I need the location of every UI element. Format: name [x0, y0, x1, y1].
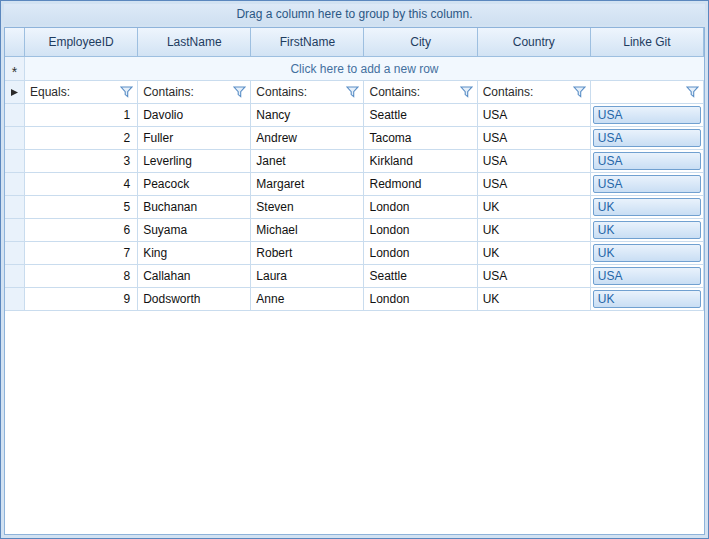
cell-employeeid[interactable]: 8	[25, 265, 138, 288]
cell-city[interactable]: London	[364, 219, 477, 242]
link-button[interactable]: USA	[593, 175, 701, 193]
cell-city[interactable]: Redmond	[364, 173, 477, 196]
cell-firstname[interactable]: Steven	[251, 196, 364, 219]
row-indicator	[5, 104, 25, 127]
link-button[interactable]: USA	[593, 152, 701, 170]
filter-cell-city[interactable]: Contains:	[364, 81, 477, 104]
filter-funnel-icon[interactable]	[686, 86, 699, 98]
cell-linke-git: USA	[591, 265, 704, 288]
cell-firstname[interactable]: Anne	[251, 288, 364, 311]
cell-employeeid[interactable]: 5	[25, 196, 138, 219]
cell-linke-git: USA	[591, 104, 704, 127]
filter-operator-label: Contains:	[256, 85, 307, 99]
cell-lastname[interactable]: Buchanan	[138, 196, 251, 219]
cell-lastname[interactable]: Peacock	[138, 173, 251, 196]
cell-country[interactable]: UK	[478, 219, 591, 242]
cell-city[interactable]: London	[364, 196, 477, 219]
cell-employeeid[interactable]: 3	[25, 150, 138, 173]
table-row: 5 Buchanan Steven London UK UK	[5, 196, 704, 219]
cell-city[interactable]: London	[364, 242, 477, 265]
cell-country[interactable]: USA	[478, 104, 591, 127]
filter-operator-label: Contains:	[143, 85, 194, 99]
filter-operator-label: Equals:	[30, 85, 70, 99]
cell-lastname[interactable]: Dodsworth	[138, 288, 251, 311]
link-button[interactable]: USA	[593, 267, 701, 285]
asterisk-indicator: *	[12, 67, 17, 77]
cell-employeeid[interactable]: 1	[25, 104, 138, 127]
column-header-employeeid[interactable]: EmployeeID	[25, 28, 138, 57]
filter-funnel-icon[interactable]	[346, 86, 359, 98]
cell-city[interactable]: Seattle	[364, 104, 477, 127]
table-row: 4 Peacock Margaret Redmond USA USA	[5, 173, 704, 196]
cell-employeeid[interactable]: 2	[25, 127, 138, 150]
cell-city[interactable]: Seattle	[364, 265, 477, 288]
link-button[interactable]: UK	[593, 198, 701, 216]
link-button[interactable]: UK	[593, 290, 701, 308]
cell-linke-git: USA	[591, 150, 704, 173]
cell-firstname[interactable]: Nancy	[251, 104, 364, 127]
row-indicator	[5, 219, 25, 242]
group-by-panel[interactable]: Drag a column here to group by this colu…	[4, 4, 705, 25]
filter-funnel-icon[interactable]	[120, 86, 133, 98]
filter-funnel-icon[interactable]	[573, 86, 586, 98]
cell-employeeid[interactable]: 7	[25, 242, 138, 265]
cell-linke-git: UK	[591, 242, 704, 265]
link-button[interactable]: USA	[593, 106, 701, 124]
cell-country[interactable]: USA	[478, 127, 591, 150]
data-grid: Drag a column here to group by this colu…	[0, 0, 709, 539]
header-row: EmployeeID LastName FirstName City Count…	[5, 28, 704, 57]
cell-firstname[interactable]: Michael	[251, 219, 364, 242]
cell-city[interactable]: Tacoma	[364, 127, 477, 150]
cell-lastname[interactable]: Fuller	[138, 127, 251, 150]
filter-cell-lastname[interactable]: Contains:	[138, 81, 251, 104]
add-new-row[interactable]: * Click here to add a new row	[5, 57, 704, 81]
link-button[interactable]: UK	[593, 244, 701, 262]
filter-cell-country[interactable]: Contains:	[478, 81, 591, 104]
table-row: 2 Fuller Andrew Tacoma USA USA	[5, 127, 704, 150]
column-header-lastname[interactable]: LastName	[138, 28, 251, 57]
column-header-city[interactable]: City	[364, 28, 477, 57]
cell-country[interactable]: UK	[478, 196, 591, 219]
cell-lastname[interactable]: Callahan	[138, 265, 251, 288]
cell-city[interactable]: London	[364, 288, 477, 311]
table-row: 6 Suyama Michael London UK UK	[5, 219, 704, 242]
cell-country[interactable]: USA	[478, 173, 591, 196]
filter-cell-firstname[interactable]: Contains:	[251, 81, 364, 104]
cell-country[interactable]: USA	[478, 265, 591, 288]
link-button[interactable]: USA	[593, 129, 701, 147]
cell-firstname[interactable]: Andrew	[251, 127, 364, 150]
column-header-country[interactable]: Country	[478, 28, 591, 57]
cell-country[interactable]: UK	[478, 288, 591, 311]
cell-employeeid[interactable]: 6	[25, 219, 138, 242]
add-new-row-label[interactable]: Click here to add a new row	[25, 57, 704, 81]
cell-firstname[interactable]: Robert	[251, 242, 364, 265]
cell-country[interactable]: USA	[478, 150, 591, 173]
cell-firstname[interactable]: Laura	[251, 265, 364, 288]
cell-city[interactable]: Kirkland	[364, 150, 477, 173]
cell-firstname[interactable]: Janet	[251, 150, 364, 173]
row-indicator	[5, 242, 25, 265]
cell-lastname[interactable]: Leverling	[138, 150, 251, 173]
table-row: 1 Davolio Nancy Seattle USA USA	[5, 104, 704, 127]
filter-funnel-icon[interactable]	[233, 86, 246, 98]
table-row: 3 Leverling Janet Kirkland USA USA	[5, 150, 704, 173]
row-indicator	[5, 173, 25, 196]
filter-funnel-icon[interactable]	[460, 86, 473, 98]
cell-country[interactable]: UK	[478, 242, 591, 265]
column-header-firstname[interactable]: FirstName	[251, 28, 364, 57]
cell-firstname[interactable]: Margaret	[251, 173, 364, 196]
filter-cell-linke-git[interactable]	[591, 81, 704, 104]
new-row-indicator: *	[5, 57, 25, 81]
row-indicator	[5, 288, 25, 311]
column-header-linke-git[interactable]: Linke Git	[591, 28, 704, 57]
row-indicator	[5, 265, 25, 288]
row-indicator	[5, 150, 25, 173]
filter-cell-employeeid[interactable]: Equals:	[25, 81, 138, 104]
link-button[interactable]: UK	[593, 221, 701, 239]
cell-employeeid[interactable]: 4	[25, 173, 138, 196]
cell-linke-git: USA	[591, 173, 704, 196]
cell-lastname[interactable]: Davolio	[138, 104, 251, 127]
cell-employeeid[interactable]: 9	[25, 288, 138, 311]
cell-lastname[interactable]: Suyama	[138, 219, 251, 242]
cell-lastname[interactable]: King	[138, 242, 251, 265]
